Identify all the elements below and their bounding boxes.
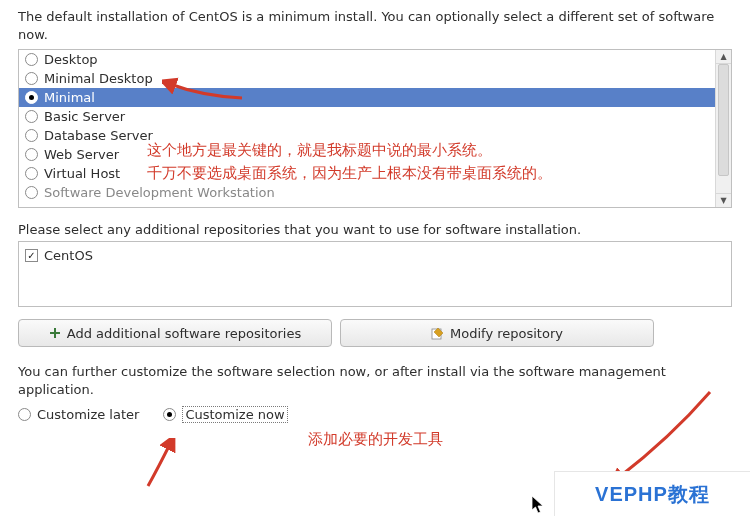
customize-later-radio[interactable]: Customize later	[18, 407, 139, 422]
svg-rect-1	[50, 332, 60, 334]
button-label: Add additional software repositories	[67, 326, 301, 341]
radio-icon	[163, 408, 176, 421]
radio-icon	[18, 408, 31, 421]
add-repositories-button[interactable]: Add additional software repositories	[18, 319, 332, 347]
radio-icon	[25, 148, 38, 161]
repo-section-label: Please select any additional repositorie…	[18, 222, 732, 237]
repo-item-centos[interactable]: ✓ CentOS	[25, 246, 725, 264]
customize-description: You can further customize the software s…	[18, 363, 732, 398]
option-desktop[interactable]: Desktop	[19, 50, 715, 69]
option-label: Basic Server	[44, 109, 125, 124]
option-label: Web Server	[44, 147, 119, 162]
scrollbar[interactable]: ▲ ▼	[715, 50, 731, 207]
modify-repository-button[interactable]: Modify repository	[340, 319, 654, 347]
option-label: Virtual Host	[44, 166, 120, 181]
option-basic-server[interactable]: Basic Server	[19, 107, 715, 126]
annotation-arrow-icon	[140, 438, 195, 493]
radio-label: Customize later	[37, 407, 139, 422]
repo-item-label: CentOS	[44, 248, 93, 263]
option-minimal[interactable]: Minimal	[19, 88, 715, 107]
option-label: Minimal Desktop	[44, 71, 153, 86]
plus-icon	[49, 327, 61, 339]
repositories-list: ✓ CentOS	[18, 241, 732, 307]
intro-text: The default installation of CentOS is a …	[18, 8, 732, 43]
radio-icon	[25, 186, 38, 199]
option-label: Database Server	[44, 128, 153, 143]
option-label: Software Development Workstation	[44, 185, 275, 200]
scroll-down-icon[interactable]: ▼	[716, 193, 731, 207]
option-software-dev-workstation[interactable]: Software Development Workstation	[19, 183, 715, 202]
watermark: VEPHP教程	[554, 471, 750, 516]
radio-icon	[25, 91, 38, 104]
option-database-server[interactable]: Database Server	[19, 126, 715, 145]
radio-icon	[25, 53, 38, 66]
radio-icon	[25, 72, 38, 85]
radio-label: Customize now	[182, 406, 287, 423]
annotation-text-bottom: 添加必要的开发工具	[308, 428, 443, 451]
radio-icon	[25, 110, 38, 123]
option-label: Desktop	[44, 52, 98, 67]
mouse-cursor-icon	[531, 495, 545, 515]
checkbox-icon[interactable]: ✓	[25, 249, 38, 262]
option-label: Minimal	[44, 90, 95, 105]
software-selection-list: Desktop Minimal Desktop Minimal Basic Se…	[18, 49, 732, 208]
scroll-up-icon[interactable]: ▲	[716, 50, 731, 64]
option-web-server[interactable]: Web Server	[19, 145, 715, 164]
radio-icon	[25, 129, 38, 142]
option-minimal-desktop[interactable]: Minimal Desktop	[19, 69, 715, 88]
radio-icon	[25, 167, 38, 180]
option-virtual-host[interactable]: Virtual Host	[19, 164, 715, 183]
customize-now-radio[interactable]: Customize now	[163, 406, 287, 423]
edit-icon	[431, 327, 444, 340]
button-label: Modify repository	[450, 326, 563, 341]
